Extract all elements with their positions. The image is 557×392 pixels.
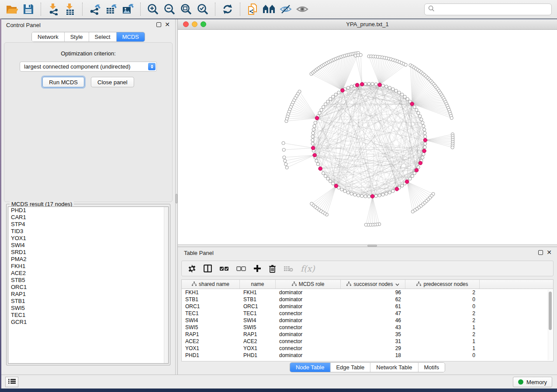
gear-icon[interactable]: [188, 265, 196, 273]
graph-node[interactable]: [360, 194, 363, 197]
splitter-handle[interactable]: [367, 245, 377, 247]
column-header-predecessor-nodes[interactable]: predecessor nodes: [405, 280, 480, 289]
graph-hub-node[interactable]: [334, 184, 338, 188]
hide-selected-button[interactable]: [277, 2, 294, 17]
table-cell[interactable]: connector: [276, 338, 341, 345]
table-cell[interactable]: SWI5: [182, 324, 240, 331]
mcds-result-item[interactable]: SWI4: [8, 242, 168, 249]
table-cell[interactable]: FKH1: [182, 289, 240, 296]
table-cell[interactable]: 29: [341, 345, 405, 352]
mcds-list-scrollbar[interactable]: [164, 207, 168, 363]
table-cell[interactable]: dominator: [276, 296, 341, 303]
graph-node[interactable]: [311, 142, 314, 145]
table-cell[interactable]: PHD1: [182, 352, 240, 359]
graph-node[interactable]: [385, 85, 388, 88]
graph-hub-node[interactable]: [410, 102, 414, 106]
graph-leaf-node[interactable]: [364, 223, 367, 226]
import-table-button[interactable]: [62, 2, 78, 17]
table-cell[interactable]: dominator: [276, 352, 341, 359]
graph-node[interactable]: [322, 172, 325, 175]
table-cell[interactable]: 0: [405, 303, 480, 310]
optimization-select[interactable]: largest connected component (undirected): [20, 62, 157, 72]
mcds-result-item[interactable]: PMA2: [8, 256, 168, 263]
table-cell[interactable]: 47: [341, 310, 405, 317]
table-row[interactable]: YOX1YOX1connector291: [182, 345, 553, 352]
graph-node[interactable]: [316, 162, 319, 165]
export-network-button[interactable]: [86, 2, 103, 17]
table-row[interactable]: ORC1ORC1dominator610: [182, 303, 553, 310]
mcds-result-item[interactable]: ACE2: [8, 270, 168, 277]
graph-node[interactable]: [367, 195, 370, 198]
graph-node[interactable]: [423, 131, 426, 134]
graph-node[interactable]: [421, 156, 424, 159]
column-header-name[interactable]: name: [240, 280, 276, 289]
graph-hub-node[interactable]: [315, 116, 319, 120]
graph-node[interactable]: [320, 108, 323, 111]
graph-node[interactable]: [324, 103, 327, 106]
graph-node[interactable]: [403, 95, 406, 98]
table-tab-network-table[interactable]: Network Table: [370, 363, 418, 372]
table-row[interactable]: ACE2ACE2connector311: [182, 338, 553, 345]
graph-hub-node[interactable]: [370, 194, 374, 198]
mcds-result-item[interactable]: YOX1: [8, 235, 168, 242]
table-cell[interactable]: STB1: [240, 296, 276, 303]
memory-button[interactable]: Memory: [513, 377, 552, 387]
table-row[interactable]: RAP1RAP1dominator352: [182, 331, 553, 338]
mcds-result-item[interactable]: STP4: [8, 221, 168, 228]
graph-node[interactable]: [415, 108, 418, 111]
graph-node[interactable]: [406, 97, 409, 100]
mcds-result-item[interactable]: PHD1: [8, 207, 168, 214]
graph-hub-node[interactable]: [311, 146, 315, 150]
table-row[interactable]: SWI5SWI5connector431: [182, 324, 553, 331]
table-cell[interactable]: 1: [405, 324, 480, 331]
table-cell[interactable]: connector: [276, 345, 341, 352]
graph-hub-node[interactable]: [422, 149, 426, 153]
graph-node[interactable]: [420, 118, 423, 121]
graph-node[interactable]: [398, 91, 401, 94]
table-cell[interactable]: RAP1: [182, 331, 240, 338]
table-row[interactable]: SWI4SWI4dominator462: [182, 317, 553, 324]
mcds-result-list[interactable]: PHD1CAR1STP4TID3YOX1SWI4SRD1PMA2FKH1ACE2…: [8, 206, 169, 364]
delete-column-icon[interactable]: [269, 265, 276, 273]
table-row[interactable]: TEC1TEC1connector472: [182, 310, 553, 317]
table-cell[interactable]: connector: [276, 310, 341, 317]
zoom-out-button[interactable]: [161, 2, 178, 17]
graph-node[interactable]: [329, 97, 332, 100]
graph-node[interactable]: [311, 135, 314, 138]
graph-hub-node[interactable]: [378, 83, 382, 87]
show-task-history-button[interactable]: [5, 377, 18, 387]
graph-node[interactable]: [381, 84, 384, 87]
tab-network[interactable]: Network: [32, 32, 64, 41]
search-box[interactable]: [424, 3, 552, 15]
tab-style[interactable]: Style: [64, 32, 89, 41]
mcds-result-item[interactable]: ORC1: [8, 284, 168, 291]
float-panel-icon[interactable]: [156, 22, 161, 27]
float-panel-icon[interactable]: [538, 250, 543, 255]
graph-node[interactable]: [334, 93, 337, 96]
import-network-button[interactable]: [45, 2, 62, 17]
close-panel-icon[interactable]: ✕: [165, 21, 170, 28]
graph-node[interactable]: [313, 124, 316, 127]
graph-node[interactable]: [413, 106, 416, 109]
graph-node[interactable]: [322, 106, 325, 109]
table-cell[interactable]: 43: [341, 324, 405, 331]
table-cell[interactable]: 1: [405, 345, 480, 352]
graph-node[interactable]: [332, 95, 335, 98]
network-canvas[interactable]: [178, 30, 557, 244]
table-tab-node-table[interactable]: Node Table: [290, 363, 330, 372]
mcds-result-item[interactable]: CAR1: [8, 214, 168, 221]
run-mcds-button[interactable]: Run MCDS: [42, 77, 84, 87]
graph-node[interactable]: [318, 111, 321, 114]
table-tab-edge-table[interactable]: Edge Table: [330, 363, 370, 372]
scrollbar-thumb[interactable]: [549, 292, 552, 330]
search-input[interactable]: [437, 4, 551, 14]
graph-hub-node[interactable]: [360, 83, 364, 86]
graph-node[interactable]: [311, 138, 314, 141]
graph-leaf-node[interactable]: [359, 53, 362, 56]
graph-node[interactable]: [324, 175, 327, 178]
table-cell[interactable]: dominator: [276, 317, 341, 324]
zoom-fit-button[interactable]: [178, 2, 194, 17]
table-cell[interactable]: TEC1: [182, 310, 240, 317]
graph-node[interactable]: [391, 88, 394, 91]
graph-node[interactable]: [311, 131, 315, 134]
